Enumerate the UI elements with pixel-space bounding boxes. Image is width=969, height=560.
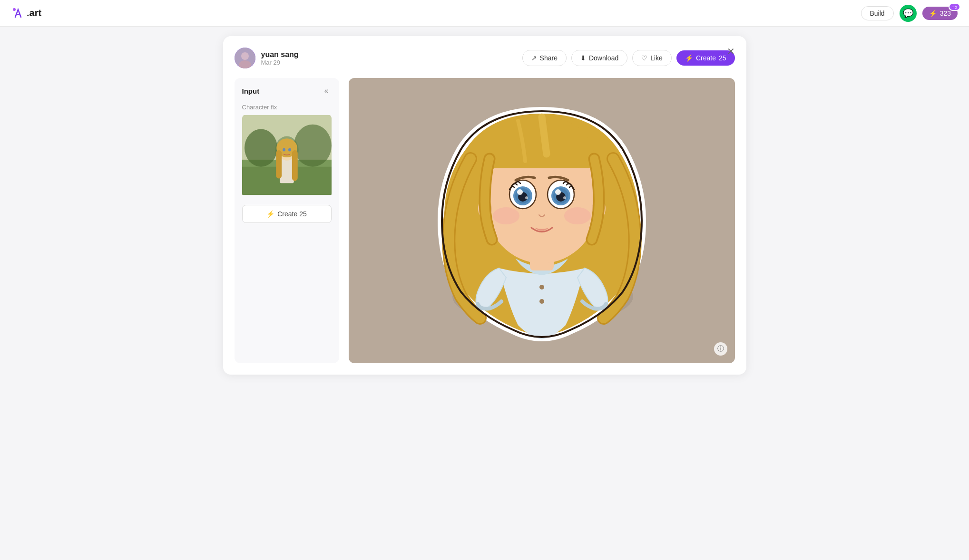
input-photo [242,115,332,195]
avatar-image [235,48,255,68]
input-label: Character fix [242,104,332,111]
wechat-button[interactable]: 💬 [900,5,917,22]
wechat-icon: 💬 [903,8,913,19]
logo[interactable]: .art [11,7,41,20]
user-bar: yuan sang Mar 29 ↗ Share ⬇ Download ♡ Li… [235,48,735,68]
heart-icon: ♡ [641,54,647,62]
svg-point-0 [13,8,16,11]
panel-header: Input « [242,86,332,96]
user-details: yuan sang Mar 29 [261,50,299,66]
info-icon: ⓘ [717,345,724,353]
collapse-button[interactable]: « [322,86,332,96]
left-panel: Input « Character fix [235,78,339,363]
download-icon: ⬇ [580,54,586,62]
credits-button[interactable]: ⚡ 323 +5 [922,7,958,20]
content-card: ✕ yuan sang Mar 29 ↗ [223,36,746,375]
close-icon: ✕ [727,46,735,57]
content-layout: Input « Character fix [235,78,735,363]
lightning-icon: ⚡ [929,10,937,17]
svg-point-2 [241,52,249,60]
sticker-container [349,78,735,363]
user-info: yuan sang Mar 29 [235,48,299,68]
input-image [242,115,332,197]
panel-lightning-icon: ⚡ [266,210,274,218]
credits-badge: +5 [949,3,960,11]
svg-point-36 [555,189,561,195]
user-name: yuan sang [261,50,299,59]
svg-point-16 [288,148,291,152]
panel-title: Input [242,87,260,95]
svg-point-7 [244,129,277,167]
download-button[interactable]: ⬇ Download [571,50,627,66]
svg-rect-10 [280,157,294,183]
svg-rect-13 [276,150,282,178]
panel-create-button[interactable]: ⚡ Create 25 [242,205,332,223]
user-date: Mar 29 [261,59,299,66]
svg-point-18 [539,285,544,290]
chevron-left-icon: « [324,87,329,95]
svg-point-37 [563,196,566,199]
create-lightning-icon: ⚡ [685,54,693,62]
share-icon: ↗ [531,54,537,62]
share-button[interactable]: ↗ Share [522,50,567,66]
main-content: ✕ yuan sang Mar 29 ↗ [0,27,969,384]
like-button[interactable]: ♡ Like [632,50,672,66]
svg-point-22 [493,207,519,224]
header-right: Build 💬 ⚡ 323 +5 [861,5,958,22]
close-button[interactable]: ✕ [724,44,739,59]
svg-point-23 [564,207,591,224]
build-button[interactable]: Build [861,6,894,20]
svg-point-8 [294,125,331,167]
header: .art Build 💬 ⚡ 323 +5 [0,0,969,27]
right-image-area: ⓘ [349,78,735,363]
action-buttons: ↗ Share ⬇ Download ♡ Like ⚡ Create 25 [522,50,735,66]
avatar[interactable] [235,48,255,68]
logo-icon [11,7,25,20]
info-button[interactable]: ⓘ [714,342,727,356]
svg-point-30 [525,196,528,199]
svg-point-19 [539,299,544,304]
svg-point-29 [517,189,523,195]
svg-point-15 [283,148,285,152]
cartoon-sticker [423,87,661,354]
svg-rect-14 [292,150,297,181]
